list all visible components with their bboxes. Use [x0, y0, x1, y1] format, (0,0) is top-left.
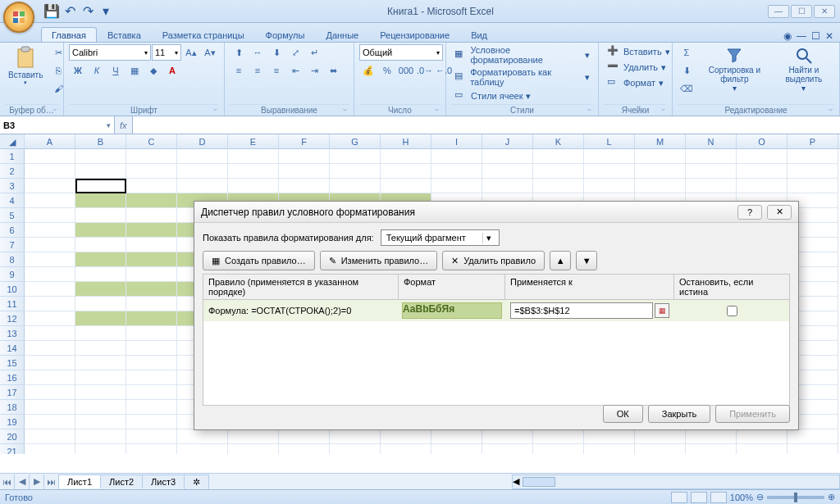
help-icon[interactable]: ◉: [783, 30, 792, 42]
tab-view[interactable]: Вид: [460, 27, 498, 42]
cell[interactable]: [228, 164, 279, 179]
cell[interactable]: [686, 164, 737, 179]
column-header[interactable]: L: [584, 134, 635, 148]
cell[interactable]: [25, 297, 75, 311]
cell[interactable]: [737, 164, 788, 179]
column-header[interactable]: N: [686, 134, 737, 148]
cell[interactable]: [126, 341, 177, 356]
sheet-tab-2[interactable]: Лист2: [100, 474, 143, 488]
tab-review[interactable]: Рецензирование: [369, 27, 460, 42]
format-as-table-button[interactable]: ▤Форматировать как таблицу ▾: [451, 66, 593, 88]
row-header[interactable]: 12: [0, 311, 25, 326]
cell[interactable]: [177, 149, 228, 164]
sheet-tab-3[interactable]: Лист3: [142, 474, 185, 488]
cell[interactable]: [126, 238, 177, 252]
qat-more-icon[interactable]: ▾: [98, 4, 113, 19]
row-header[interactable]: 13: [0, 326, 25, 341]
cell[interactable]: [25, 326, 75, 341]
cell[interactable]: [126, 164, 177, 179]
cell[interactable]: [75, 208, 126, 223]
column-header[interactable]: M: [635, 134, 686, 148]
cell[interactable]: [126, 282, 177, 297]
align-bottom-icon[interactable]: ⬇: [267, 44, 285, 61]
cell[interactable]: [25, 179, 75, 193]
cell[interactable]: [25, 149, 75, 164]
row-header[interactable]: 18: [0, 400, 25, 415]
cell[interactable]: [381, 444, 431, 454]
cell[interactable]: [381, 149, 431, 164]
cell[interactable]: [533, 149, 584, 164]
column-header[interactable]: D: [177, 134, 228, 148]
autosum-icon[interactable]: Σ: [678, 44, 696, 61]
cell[interactable]: [75, 415, 126, 429]
cell[interactable]: [686, 149, 737, 164]
row-header[interactable]: 16: [0, 370, 25, 385]
cell[interactable]: [330, 149, 381, 164]
find-select-button[interactable]: Найти и выделить ▾: [774, 44, 834, 94]
cell[interactable]: [75, 297, 126, 311]
cell[interactable]: [584, 149, 635, 164]
mdi-restore-icon[interactable]: ☐: [811, 30, 820, 42]
cell[interactable]: [482, 179, 533, 193]
cell[interactable]: [126, 429, 177, 444]
cell[interactable]: [75, 326, 126, 341]
orientation-icon[interactable]: ⤢: [286, 44, 304, 61]
cell[interactable]: [533, 164, 584, 179]
cell[interactable]: [279, 149, 330, 164]
font-size-combo[interactable]: 11▾: [152, 44, 181, 61]
cell[interactable]: [126, 444, 177, 454]
cell[interactable]: [584, 179, 635, 193]
cell[interactable]: [381, 429, 431, 444]
cell[interactable]: [126, 267, 177, 282]
cell[interactable]: [788, 164, 838, 179]
row-header[interactable]: 1: [0, 149, 25, 164]
bold-icon[interactable]: Ж: [69, 62, 87, 79]
tab-formulas[interactable]: Формулы: [255, 27, 316, 42]
row-header[interactable]: 6: [0, 223, 25, 238]
cell[interactable]: [25, 400, 75, 415]
cell[interactable]: [75, 341, 126, 356]
number-format-combo[interactable]: Общий▾: [359, 44, 443, 61]
delete-cells-button[interactable]: ➖Удалить ▾: [604, 60, 673, 75]
row-header[interactable]: 14: [0, 341, 25, 356]
show-rules-for-select[interactable]: Текущий фрагмент▾: [381, 229, 500, 246]
cell[interactable]: [75, 164, 126, 179]
tab-insert[interactable]: Вставка: [97, 27, 152, 42]
applies-to-field[interactable]: =$B$3:$H$12: [510, 302, 653, 319]
office-button[interactable]: [3, 2, 34, 33]
row-header[interactable]: 19: [0, 415, 25, 429]
cell[interactable]: [228, 429, 279, 444]
cell[interactable]: [75, 267, 126, 282]
cell[interactable]: [381, 179, 431, 193]
cell[interactable]: [25, 252, 75, 267]
row-header[interactable]: 21: [0, 444, 25, 454]
cell-styles-button[interactable]: ▭Стили ячеек ▾: [451, 89, 593, 103]
row-header[interactable]: 2: [0, 164, 25, 179]
cell[interactable]: [126, 208, 177, 223]
cell[interactable]: [75, 444, 126, 454]
cell[interactable]: [788, 444, 838, 454]
row-header[interactable]: 9: [0, 267, 25, 282]
cell[interactable]: [686, 429, 737, 444]
mdi-min-icon[interactable]: —: [797, 30, 806, 42]
row-header[interactable]: 20: [0, 429, 25, 444]
increase-font-icon[interactable]: A▴: [182, 44, 200, 61]
tab-data[interactable]: Данные: [315, 27, 369, 42]
zoom-slider[interactable]: [767, 496, 824, 499]
page-layout-view-icon[interactable]: [691, 492, 707, 503]
cell[interactable]: [25, 444, 75, 454]
cell[interactable]: [75, 149, 126, 164]
column-header[interactable]: K: [533, 134, 584, 148]
decrease-font-icon[interactable]: A▾: [201, 44, 219, 61]
format-cells-button[interactable]: ▭Формат ▾: [604, 75, 673, 90]
inc-decimal-icon[interactable]: .0→: [416, 62, 434, 79]
cell[interactable]: [177, 164, 228, 179]
range-picker-icon[interactable]: ▦: [655, 303, 669, 318]
row-header[interactable]: 8: [0, 252, 25, 267]
italic-icon[interactable]: К: [88, 62, 106, 79]
cell[interactable]: [25, 415, 75, 429]
cell[interactable]: [635, 149, 686, 164]
cell[interactable]: [635, 164, 686, 179]
cell[interactable]: [126, 415, 177, 429]
cell[interactable]: [75, 400, 126, 415]
